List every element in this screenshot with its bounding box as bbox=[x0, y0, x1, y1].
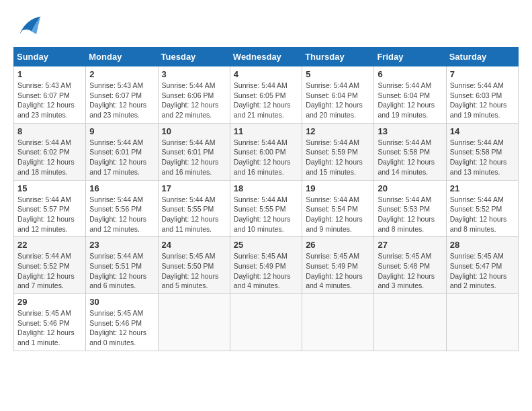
calendar-cell: 18Sunrise: 5:44 AM Sunset: 5:55 PM Dayli… bbox=[230, 180, 302, 237]
calendar-cell: 10Sunrise: 5:44 AM Sunset: 6:01 PM Dayli… bbox=[158, 123, 230, 180]
day-number: 22 bbox=[17, 240, 82, 250]
day-number: 6 bbox=[378, 69, 442, 79]
day-detail: Sunrise: 5:44 AM Sunset: 5:58 PM Dayligh… bbox=[450, 138, 515, 177]
day-number: 3 bbox=[162, 69, 226, 79]
day-detail: Sunrise: 5:45 AM Sunset: 5:50 PM Dayligh… bbox=[162, 251, 226, 291]
calendar-cell: 28Sunrise: 5:45 AM Sunset: 5:47 PM Dayli… bbox=[446, 237, 518, 294]
day-number: 11 bbox=[234, 126, 298, 136]
calendar-cell: 11Sunrise: 5:44 AM Sunset: 6:00 PM Dayli… bbox=[230, 123, 302, 180]
calendar-day-header: Thursday bbox=[302, 48, 374, 66]
day-detail: Sunrise: 5:44 AM Sunset: 5:52 PM Dayligh… bbox=[450, 195, 515, 234]
calendar-cell bbox=[302, 294, 374, 351]
day-detail: Sunrise: 5:44 AM Sunset: 6:06 PM Dayligh… bbox=[162, 81, 226, 120]
day-number: 27 bbox=[378, 240, 442, 250]
calendar-cell: 15Sunrise: 5:44 AM Sunset: 5:57 PM Dayli… bbox=[14, 180, 86, 237]
calendar-cell: 16Sunrise: 5:44 AM Sunset: 5:56 PM Dayli… bbox=[86, 180, 158, 237]
day-number: 12 bbox=[306, 126, 370, 136]
calendar-cell: 29Sunrise: 5:45 AM Sunset: 5:46 PM Dayli… bbox=[14, 294, 86, 351]
calendar-week-row: 8Sunrise: 5:44 AM Sunset: 6:02 PM Daylig… bbox=[14, 123, 519, 180]
day-number: 13 bbox=[378, 126, 442, 136]
calendar-cell: 17Sunrise: 5:44 AM Sunset: 5:55 PM Dayli… bbox=[158, 180, 230, 237]
calendar-cell: 19Sunrise: 5:44 AM Sunset: 5:54 PM Dayli… bbox=[302, 180, 374, 237]
day-number: 25 bbox=[234, 240, 298, 250]
day-number: 14 bbox=[450, 126, 515, 136]
day-number: 29 bbox=[17, 297, 82, 307]
calendar-cell bbox=[374, 294, 446, 351]
day-detail: Sunrise: 5:43 AM Sunset: 6:07 PM Dayligh… bbox=[17, 81, 82, 120]
calendar-cell bbox=[158, 294, 230, 351]
day-number: 16 bbox=[89, 183, 154, 193]
day-detail: Sunrise: 5:45 AM Sunset: 5:48 PM Dayligh… bbox=[378, 251, 442, 291]
day-number: 26 bbox=[306, 240, 370, 250]
day-number: 18 bbox=[234, 183, 298, 193]
day-number: 23 bbox=[89, 240, 154, 250]
day-number: 5 bbox=[306, 69, 370, 79]
day-number: 19 bbox=[306, 183, 370, 193]
calendar-day-header: Sunday bbox=[14, 48, 86, 66]
calendar-cell bbox=[230, 294, 302, 351]
day-detail: Sunrise: 5:44 AM Sunset: 5:54 PM Dayligh… bbox=[306, 195, 370, 234]
day-detail: Sunrise: 5:44 AM Sunset: 5:58 PM Dayligh… bbox=[378, 138, 442, 177]
day-detail: Sunrise: 5:44 AM Sunset: 6:05 PM Dayligh… bbox=[234, 81, 298, 120]
calendar-day-header: Monday bbox=[86, 48, 158, 66]
day-detail: Sunrise: 5:44 AM Sunset: 6:01 PM Dayligh… bbox=[162, 138, 226, 177]
calendar-day-header: Tuesday bbox=[158, 48, 230, 66]
calendar-cell: 23Sunrise: 5:44 AM Sunset: 5:51 PM Dayli… bbox=[86, 237, 158, 294]
day-detail: Sunrise: 5:44 AM Sunset: 6:04 PM Dayligh… bbox=[306, 81, 370, 120]
calendar-cell: 22Sunrise: 5:44 AM Sunset: 5:52 PM Dayli… bbox=[14, 237, 86, 294]
calendar-day-header: Saturday bbox=[446, 48, 518, 66]
calendar-week-row: 15Sunrise: 5:44 AM Sunset: 5:57 PM Dayli… bbox=[14, 180, 519, 237]
day-detail: Sunrise: 5:44 AM Sunset: 5:55 PM Dayligh… bbox=[162, 195, 226, 234]
day-detail: Sunrise: 5:44 AM Sunset: 5:53 PM Dayligh… bbox=[378, 195, 442, 234]
calendar-cell: 4Sunrise: 5:44 AM Sunset: 6:05 PM Daylig… bbox=[230, 66, 302, 124]
day-number: 9 bbox=[89, 126, 154, 136]
day-number: 30 bbox=[89, 297, 154, 307]
calendar-cell: 30Sunrise: 5:45 AM Sunset: 5:46 PM Dayli… bbox=[86, 294, 158, 351]
day-number: 4 bbox=[234, 69, 298, 79]
day-number: 1 bbox=[17, 69, 82, 79]
calendar-cell bbox=[446, 294, 518, 351]
calendar-table: SundayMondayTuesdayWednesdayThursdayFrid… bbox=[13, 47, 519, 351]
calendar-cell: 25Sunrise: 5:45 AM Sunset: 5:49 PM Dayli… bbox=[230, 237, 302, 294]
day-number: 21 bbox=[450, 183, 515, 193]
day-detail: Sunrise: 5:45 AM Sunset: 5:49 PM Dayligh… bbox=[234, 251, 298, 291]
calendar-cell: 1Sunrise: 5:43 AM Sunset: 6:07 PM Daylig… bbox=[14, 66, 86, 124]
day-detail: Sunrise: 5:44 AM Sunset: 6:02 PM Dayligh… bbox=[17, 138, 82, 177]
day-detail: Sunrise: 5:44 AM Sunset: 6:04 PM Dayligh… bbox=[378, 81, 442, 120]
day-detail: Sunrise: 5:44 AM Sunset: 6:01 PM Dayligh… bbox=[89, 138, 154, 177]
calendar-cell: 7Sunrise: 5:44 AM Sunset: 6:03 PM Daylig… bbox=[446, 66, 518, 124]
calendar-cell: 8Sunrise: 5:44 AM Sunset: 6:02 PM Daylig… bbox=[14, 123, 86, 180]
calendar-cell: 12Sunrise: 5:44 AM Sunset: 5:59 PM Dayli… bbox=[302, 123, 374, 180]
calendar-cell: 26Sunrise: 5:45 AM Sunset: 5:49 PM Dayli… bbox=[302, 237, 374, 294]
calendar-day-header: Wednesday bbox=[230, 48, 302, 66]
calendar-cell: 24Sunrise: 5:45 AM Sunset: 5:50 PM Dayli… bbox=[158, 237, 230, 294]
calendar-cell: 27Sunrise: 5:45 AM Sunset: 5:48 PM Dayli… bbox=[374, 237, 446, 294]
calendar-cell: 3Sunrise: 5:44 AM Sunset: 6:06 PM Daylig… bbox=[158, 66, 230, 124]
day-detail: Sunrise: 5:44 AM Sunset: 5:51 PM Dayligh… bbox=[89, 251, 154, 291]
day-number: 10 bbox=[162, 126, 226, 136]
day-number: 8 bbox=[17, 126, 82, 136]
calendar-week-row: 29Sunrise: 5:45 AM Sunset: 5:46 PM Dayli… bbox=[14, 294, 519, 351]
day-detail: Sunrise: 5:45 AM Sunset: 5:49 PM Dayligh… bbox=[306, 251, 370, 291]
day-number: 2 bbox=[89, 69, 154, 79]
page-header bbox=[13, 13, 519, 40]
day-detail: Sunrise: 5:45 AM Sunset: 5:46 PM Dayligh… bbox=[17, 308, 82, 348]
calendar-week-row: 22Sunrise: 5:44 AM Sunset: 5:52 PM Dayli… bbox=[14, 237, 519, 294]
calendar-cell: 2Sunrise: 5:43 AM Sunset: 6:07 PM Daylig… bbox=[86, 66, 158, 124]
calendar-cell: 5Sunrise: 5:44 AM Sunset: 6:04 PM Daylig… bbox=[302, 66, 374, 124]
calendar-cell: 14Sunrise: 5:44 AM Sunset: 5:58 PM Dayli… bbox=[446, 123, 518, 180]
calendar-cell: 9Sunrise: 5:44 AM Sunset: 6:01 PM Daylig… bbox=[86, 123, 158, 180]
logo bbox=[13, 13, 46, 40]
calendar-header-row: SundayMondayTuesdayWednesdayThursdayFrid… bbox=[14, 48, 519, 66]
day-number: 17 bbox=[162, 183, 226, 193]
day-number: 7 bbox=[450, 69, 515, 79]
calendar-cell: 6Sunrise: 5:44 AM Sunset: 6:04 PM Daylig… bbox=[374, 66, 446, 124]
calendar-day-header: Friday bbox=[374, 48, 446, 66]
day-detail: Sunrise: 5:44 AM Sunset: 5:55 PM Dayligh… bbox=[234, 195, 298, 234]
day-detail: Sunrise: 5:44 AM Sunset: 5:56 PM Dayligh… bbox=[89, 195, 154, 234]
day-number: 28 bbox=[450, 240, 515, 250]
day-number: 20 bbox=[378, 183, 442, 193]
day-detail: Sunrise: 5:44 AM Sunset: 6:03 PM Dayligh… bbox=[450, 81, 515, 120]
calendar-week-row: 1Sunrise: 5:43 AM Sunset: 6:07 PM Daylig… bbox=[14, 66, 519, 124]
day-number: 24 bbox=[162, 240, 226, 250]
